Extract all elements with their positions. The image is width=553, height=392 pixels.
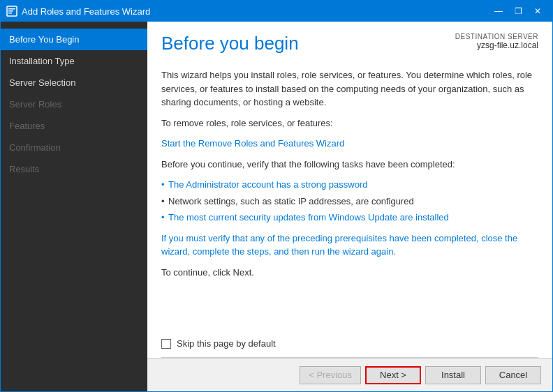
verify-intro: Before you continue, verify that the fol…: [161, 158, 538, 172]
bullet-list: The Administrator account has a strong p…: [161, 178, 538, 225]
footer: < Previous Next > Install Cancel: [147, 358, 552, 391]
restore-button[interactable]: ❐: [509, 4, 527, 18]
skip-section: Skip this page by default: [147, 331, 552, 357]
destination-label: DESTINATION SERVER: [455, 33, 538, 40]
prereq-text: If you must verify that any of the prece…: [161, 232, 538, 259]
sidebar-item-server-roles: Server Roles: [1, 93, 147, 115]
bullet-item-3: The most current security updates from W…: [161, 211, 538, 225]
destination-server-info: DESTINATION SERVER yzsg-file.uz.local: [455, 33, 538, 50]
sidebar-item-confirmation: Confirmation: [1, 137, 147, 158]
content-body: This wizard helps you install roles, rol…: [147, 61, 552, 331]
remove-label: To remove roles, role services, or featu…: [161, 116, 538, 130]
install-button[interactable]: Install: [425, 366, 481, 384]
sidebar-item-features: Features: [1, 115, 147, 137]
sidebar-item-installation-type[interactable]: Installation Type: [1, 50, 147, 72]
sidebar-item-before-you-begin[interactable]: Before You Begin: [1, 29, 147, 50]
sidebar-item-results: Results: [1, 158, 147, 180]
remove-link[interactable]: Start the Remove Roles and Features Wiza…: [161, 138, 344, 149]
previous-button[interactable]: < Previous: [300, 366, 361, 384]
title-bar-left: Add Roles and Features Wizard: [6, 6, 150, 17]
skip-checkbox[interactable]: [161, 339, 171, 349]
main-content: Before You Begin Installation Type Serve…: [1, 22, 552, 391]
svg-rect-1: [8, 8, 15, 10]
title-bar: Add Roles and Features Wizard — ❐ ✕: [1, 1, 552, 22]
continue-text: To continue, click Next.: [161, 266, 538, 280]
skip-label: Skip this page by default: [177, 338, 276, 349]
page-header: Before you begin DESTINATION SERVER yzsg…: [147, 22, 552, 61]
wizard-icon: [6, 6, 17, 17]
bullet-item-2: Network settings, such as static IP addr…: [161, 195, 538, 209]
cancel-button[interactable]: Cancel: [485, 366, 541, 384]
content-area: Before you begin DESTINATION SERVER yzsg…: [147, 22, 552, 391]
svg-rect-3: [8, 13, 12, 14]
intro-paragraph: This wizard helps you install roles, rol…: [161, 68, 538, 110]
svg-rect-2: [8, 10, 13, 12]
sidebar: Before You Begin Installation Type Serve…: [1, 22, 147, 391]
window-title: Add Roles and Features Wizard: [22, 6, 150, 17]
close-button[interactable]: ✕: [529, 4, 547, 18]
wizard-window: Add Roles and Features Wizard — ❐ ✕ Befo…: [0, 0, 553, 392]
window-controls: — ❐ ✕: [489, 4, 547, 18]
sidebar-item-server-selection[interactable]: Server Selection: [1, 72, 147, 93]
next-button[interactable]: Next >: [365, 366, 421, 384]
page-title: Before you begin: [161, 33, 299, 54]
bullet-item-1: The Administrator account has a strong p…: [161, 178, 538, 192]
minimize-button[interactable]: —: [489, 4, 508, 18]
destination-value: yzsg-file.uz.local: [455, 40, 538, 50]
